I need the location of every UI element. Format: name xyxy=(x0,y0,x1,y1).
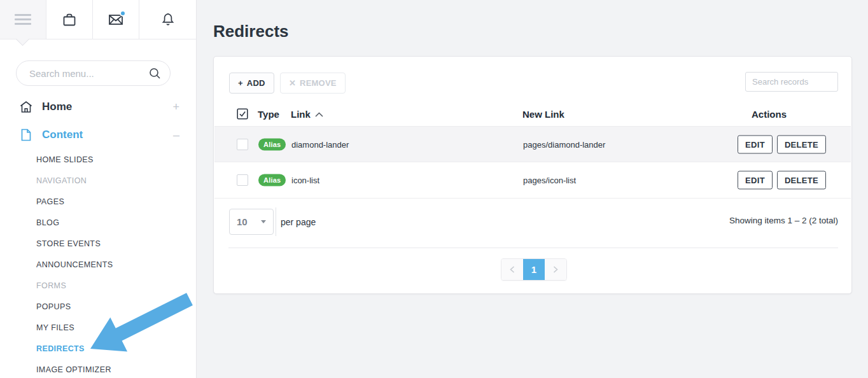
sidebar-item-pages[interactable]: PAGES xyxy=(0,191,196,212)
items-summary: Showing items 1 – 2 (2 total) xyxy=(729,216,838,225)
sidebar: Home + Content – HOME SLIDES NAVIGATION … xyxy=(0,0,197,378)
sidebar-item-content[interactable]: Content – xyxy=(0,121,196,149)
messages-button[interactable] xyxy=(93,0,139,39)
sidebar-search[interactable] xyxy=(16,60,171,86)
sidebar-item-blog[interactable]: BLOG xyxy=(0,212,196,233)
topbar xyxy=(0,0,196,39)
column-header-actions: Actions xyxy=(752,102,787,126)
type-badge: Alias xyxy=(258,138,286,150)
previous-page-button[interactable] xyxy=(501,259,523,280)
search-records-input[interactable] xyxy=(745,72,838,92)
sort-asc-icon xyxy=(315,112,323,117)
add-button[interactable]: + ADD xyxy=(229,73,274,94)
type-badge: Alias xyxy=(258,174,286,186)
select-all-checkbox[interactable] xyxy=(237,108,248,120)
main-content: Redirects + ADD ✕ REMOVE Type Link xyxy=(197,0,868,378)
page-title: Redirects xyxy=(213,22,289,41)
plus-icon: + xyxy=(238,78,243,88)
sidebar-item-label: Content xyxy=(42,129,83,141)
table-header: Type Link New Link Actions xyxy=(214,102,851,126)
next-page-button[interactable] xyxy=(545,259,566,280)
page-1-button[interactable]: 1 xyxy=(523,259,545,280)
remove-button[interactable]: ✕ REMOVE xyxy=(280,73,346,94)
row-actions: EDIT DELETE xyxy=(738,171,826,190)
sidebar-item-image-optimizer[interactable]: IMAGE OPTIMIZER xyxy=(0,359,196,378)
sidebar-item-forms[interactable]: FORMS xyxy=(0,275,196,296)
link-cell: icon-list xyxy=(291,176,319,185)
notifications-button[interactable] xyxy=(139,0,196,39)
checkbox-checked-icon xyxy=(237,108,248,120)
sidebar-item-navigation[interactable]: NAVIGATION xyxy=(0,170,196,191)
mail-notification-dot xyxy=(120,10,126,17)
chevron-right-icon xyxy=(552,265,559,274)
row-actions: EDIT DELETE xyxy=(738,135,826,153)
hamburger-icon xyxy=(15,11,31,27)
per-page-value: 10 xyxy=(237,216,248,227)
table-row: Alias icon-list pages/icon-list EDIT DEL… xyxy=(214,162,851,199)
sidebar-search-input[interactable] xyxy=(28,67,149,80)
chevron-left-icon xyxy=(509,265,515,274)
home-icon xyxy=(19,100,33,114)
column-header-link[interactable]: Link xyxy=(291,102,323,126)
delete-button[interactable]: DELETE xyxy=(777,171,826,190)
x-icon: ✕ xyxy=(289,78,296,88)
sidebar-item-store-events[interactable]: STORE EVENTS xyxy=(0,233,196,254)
collapse-icon[interactable]: – xyxy=(173,129,179,141)
sidebar-item-my-files[interactable]: MY FILES xyxy=(0,317,196,338)
row-checkbox[interactable] xyxy=(237,139,248,150)
sidebar-item-announcements[interactable]: ANNOUNCEMENTS xyxy=(0,254,196,275)
new-link-cell: pages/icon-list xyxy=(523,176,576,185)
column-header-type[interactable]: Type xyxy=(258,102,279,126)
new-link-cell: pages/diamond-lander xyxy=(523,139,605,149)
bell-icon xyxy=(159,11,177,29)
store-button[interactable] xyxy=(46,0,93,39)
sidebar-item-home[interactable]: Home + xyxy=(0,93,196,121)
link-cell: diamond-lander xyxy=(291,139,349,149)
row-checkbox[interactable] xyxy=(237,174,248,186)
divider xyxy=(276,207,276,236)
delete-button[interactable]: DELETE xyxy=(777,135,826,153)
edit-button[interactable]: EDIT xyxy=(738,135,773,153)
sidebar-item-redirects[interactable]: REDIRECTS xyxy=(0,338,196,359)
document-icon xyxy=(19,128,33,142)
expand-icon[interactable]: + xyxy=(172,101,179,113)
per-page-select[interactable]: 10 xyxy=(229,209,274,235)
chevron-down-icon xyxy=(261,220,266,223)
table-row: Alias diamond-lander pages/diamond-lande… xyxy=(214,126,851,162)
redirects-card: + ADD ✕ REMOVE Type Link New Link xyxy=(213,56,852,294)
sidebar-item-label: Home xyxy=(42,101,72,113)
search-icon xyxy=(149,67,161,80)
per-page-label: per page xyxy=(281,217,316,227)
pagination: 1 xyxy=(501,258,567,281)
sidebar-item-popups[interactable]: POPUPS xyxy=(0,296,196,317)
shopping-bag-icon xyxy=(60,11,78,29)
column-header-new-link[interactable]: New Link xyxy=(522,102,564,126)
sidebar-nav: Home + Content – HOME SLIDES NAVIGATION … xyxy=(0,93,196,378)
sidebar-item-home-slides[interactable]: HOME SLIDES xyxy=(0,149,196,170)
edit-button[interactable]: EDIT xyxy=(738,171,773,190)
divider xyxy=(228,248,838,248)
